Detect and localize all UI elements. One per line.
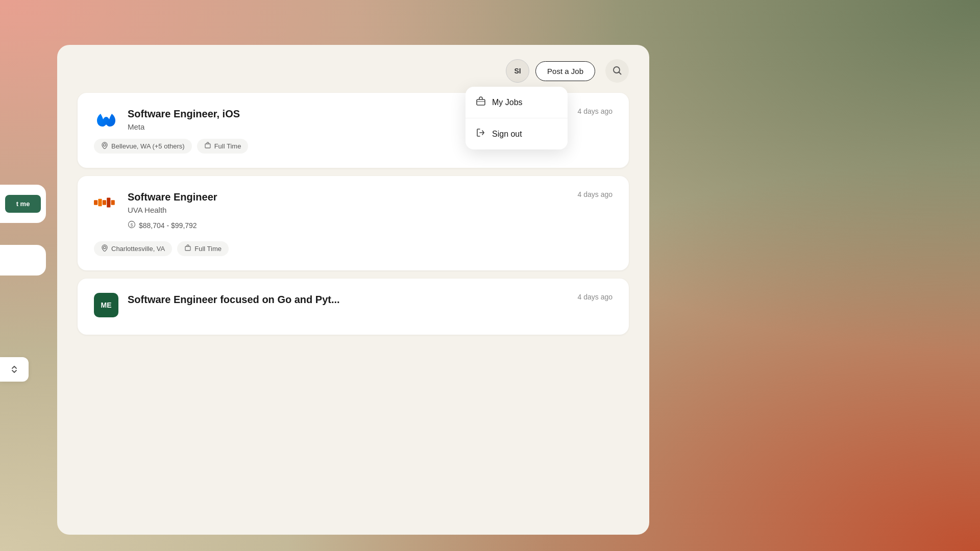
svg-rect-9 xyxy=(103,200,106,205)
time-ago: 4 days ago xyxy=(578,293,613,301)
job-tags: Charlottesville, VA Full Time xyxy=(94,241,612,256)
main-content-card: SI Post a Job My Jobs xyxy=(57,45,649,535)
job-card[interactable]: ME Software Engineer focused on Go and P… xyxy=(78,279,629,335)
svg-line-1 xyxy=(619,72,621,74)
job-card[interactable]: Software Engineer UVA Health $ $88,704 -… xyxy=(78,176,629,270)
expand-button[interactable] xyxy=(0,357,29,382)
user-avatar-button[interactable]: SI xyxy=(506,59,529,83)
search-icon xyxy=(612,65,622,77)
svg-rect-10 xyxy=(107,197,110,207)
meta-logo xyxy=(94,107,118,132)
svg-rect-2 xyxy=(477,99,485,105)
my-jobs-menu-item[interactable]: My Jobs xyxy=(465,87,568,118)
svg-rect-7 xyxy=(94,200,97,205)
svg-point-5 xyxy=(104,144,106,146)
job-type-label: Full Time xyxy=(214,142,241,150)
briefcase-icon xyxy=(476,96,486,109)
post-job-button[interactable]: Post a Job xyxy=(535,61,595,81)
svg-rect-8 xyxy=(98,199,102,206)
location-icon xyxy=(101,142,108,151)
svg-rect-11 xyxy=(111,200,115,205)
salary: $ $88,704 - $99,792 xyxy=(128,220,217,230)
job-type-label: Full Time xyxy=(194,245,222,253)
job-title: Software Engineer focused on Go and Pyt.… xyxy=(128,293,340,306)
location-icon xyxy=(101,244,108,253)
location-label: Bellevue, WA (+5 others) xyxy=(111,142,185,150)
partial-button[interactable]: t me xyxy=(5,195,41,213)
header: SI Post a Job My Jobs xyxy=(57,45,649,93)
my-jobs-label: My Jobs xyxy=(492,98,523,107)
user-dropdown-menu: My Jobs Sign out xyxy=(465,87,568,149)
svg-point-14 xyxy=(104,246,106,249)
location-tag: Charlottesville, VA xyxy=(94,241,172,256)
job-title: Software Engineer xyxy=(128,190,217,204)
logout-icon xyxy=(476,128,486,140)
sign-out-label: Sign out xyxy=(492,130,522,139)
small-card xyxy=(0,245,46,276)
building-icon xyxy=(204,142,211,151)
job-type-tag: Full Time xyxy=(197,139,249,154)
company-name: UVA Health xyxy=(128,206,217,214)
job-type-tag: Full Time xyxy=(177,241,229,256)
time-ago: 4 days ago xyxy=(578,107,613,115)
company-name: Meta xyxy=(128,122,240,131)
sign-out-menu-item[interactable]: Sign out xyxy=(465,118,568,149)
me-logo: ME xyxy=(94,293,118,317)
svg-rect-15 xyxy=(185,246,190,251)
uva-logo xyxy=(94,190,118,215)
search-button[interactable] xyxy=(605,59,629,83)
location-tag: Bellevue, WA (+5 others) xyxy=(94,139,192,154)
location-label: Charlottesville, VA xyxy=(111,245,165,253)
building-icon xyxy=(184,244,191,253)
svg-rect-6 xyxy=(205,144,210,148)
svg-text:$: $ xyxy=(130,222,133,228)
left-partial-card: t me xyxy=(0,185,46,223)
time-ago: 4 days ago xyxy=(578,190,613,198)
salary-icon: $ xyxy=(128,220,136,230)
job-title: Software Engineer, iOS xyxy=(128,107,240,120)
salary-range: $88,704 - $99,792 xyxy=(139,221,197,230)
